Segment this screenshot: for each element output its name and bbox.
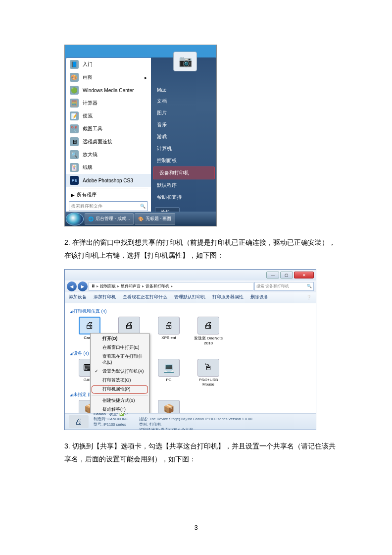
device-item[interactable]: 💻PC [154,359,184,387]
status-bar: 🖨 Canon 状态: ✅🛡 制造商: CANON INC. 描述: The D… [65,413,316,430]
app-icon: 🃏 [70,163,79,172]
device-item[interactable]: 🖨发送至 OneNote 2010 [194,317,223,345]
start-right-item[interactable]: 计算机 [151,143,217,155]
start-menu-right-pane: Mac文档图片音乐游戏计算机控制面板设备和打印机默认程序帮助和支持 关机 [151,57,217,214]
taskbar-item[interactable]: 🌐后台管理 - 成就... [85,213,134,225]
device-icon: 🖨 [79,317,100,334]
app-icon: Ps [70,176,79,185]
start-right-item[interactable]: 文档 [151,95,217,107]
back-button[interactable]: ◄ [67,281,77,291]
taskbar: 🌐后台管理 - 成就...🎨无标题 - 画图 [65,212,216,226]
help-icon[interactable]: ❔ [306,295,312,300]
all-programs[interactable]: ▶ 所有程序 [66,189,151,200]
device-item[interactable]: 🖨XPS ent [154,317,184,345]
start-right-item[interactable]: 图片 [151,107,217,119]
search-icon: 🔍 [307,284,312,288]
start-item[interactable]: 🃏纸牌 [66,161,151,174]
app-icon: 📝 [70,111,79,120]
context-menu: 打开(O)在新窗口中打开(E)查看现在正在打印什么(L)设置为默认打印机(A)打… [90,333,149,413]
start-item[interactable]: PsAdobe Photoshop CS3 [66,174,151,187]
context-menu-item[interactable]: 打印首选项(G) [92,376,148,385]
start-item[interactable]: 📘入门 [66,58,151,71]
start-item[interactable]: 🟢Windows Media Center [66,84,151,97]
page-number: 3 [0,524,392,531]
toolbar: 添加设备 添加打印机 查看现在正在打印什么 管理默认打印机 打印服务器属性 删除… [65,292,316,303]
device-icon: 🖨 [118,317,140,334]
start-item[interactable]: 🖥远程桌面连接 [66,135,151,148]
start-item[interactable]: 🎨画图▸ [66,71,151,84]
start-menu: 📘入门🎨画图▸🟢Windows Media Center🧮计算器📝便笺✂️截图工… [65,57,217,214]
toolbar-remove-device[interactable]: 删除设备 [250,294,268,300]
context-menu-item[interactable]: 打印机属性(P) [92,385,148,394]
start-item[interactable]: 🧮计算器 [66,97,151,110]
breadcrumb[interactable]: 🖥▸ 控制面板▸ 硬件和声音▸ 设备和打印机▸ [89,282,253,291]
app-icon: 🧮 [70,99,79,108]
device-icon: 🖨 [197,317,219,334]
instruction-step-3: 3. 切换到【共享】选项卡，勾选【共享这台打印机】，并且设置一个共享名（请记住该… [64,440,338,466]
app-icon: 🔍 [70,150,79,159]
search-icon: 🔍 [140,204,146,209]
start-right-item[interactable]: 帮助和支持 [151,191,217,203]
start-right-item[interactable]: 游戏 [151,131,217,143]
start-item[interactable]: 🔍放大镜 [66,148,151,161]
start-right-item[interactable]: Mac [151,85,217,95]
user-avatar-icon [173,52,197,71]
start-menu-left-pane: 📘入门🎨画图▸🟢Windows Media Center🧮计算器📝便笺✂️截图工… [65,57,151,214]
toolbar-add-printer[interactable]: 添加打印机 [94,294,116,300]
printer-icon: 🖨 [69,415,89,428]
start-right-item[interactable]: 设备和打印机 [153,166,215,179]
app-icon: 🖥 [70,137,79,146]
toolbar-default-printer[interactable]: 管理默认打印机 [174,294,205,300]
start-right-item[interactable]: 音乐 [151,119,217,131]
devices-printers-screenshot: — ▢ ✕ ◄ ► 🖥▸ 控制面板▸ 硬件和声音▸ 设备和打印机▸ 搜索 设备和… [64,269,316,430]
search-box[interactable]: 搜索 设备和打印机🔍 [254,282,314,291]
app-icon: ✂️ [70,124,79,133]
device-icon: 🖨 [158,317,180,334]
app-icon: 🎨 [138,217,144,222]
start-button[interactable] [66,213,84,225]
forward-button[interactable]: ► [78,281,88,291]
start-item[interactable]: 📝便笺 [66,110,151,122]
start-right-item[interactable]: 默认程序 [151,179,217,191]
start-item[interactable]: ✂️截图工具 [66,122,151,135]
context-menu-item[interactable]: 创建快捷方式(S) [92,396,148,405]
app-icon: 🟢 [70,86,79,95]
context-menu-item[interactable]: 设置为默认打印机(A) [92,367,148,376]
group-printers[interactable]: 打印机和传真 (4) [70,308,311,315]
window-titlebar: — ▢ ✕ [65,270,316,280]
context-menu-item[interactable]: 查看现在正在打印什么(L) [92,352,148,367]
device-icon: 🖱 [197,359,219,377]
minimize-button[interactable]: — [266,272,279,278]
instruction-step-2: 2. 在弹出的窗口中找到想共享的打印机（前提是打印机已正确连接，驱动已正确安装）… [64,236,338,262]
start-menu-screenshot: 📘入门🎨画图▸🟢Windows Media Center🧮计算器📝便笺✂️截图工… [64,45,217,226]
maximize-button[interactable]: ▢ [280,272,293,278]
context-menu-item[interactable]: 打开(O) [92,334,148,343]
device-icon: 💻 [158,359,180,377]
context-menu-item[interactable]: 在新窗口中打开(E) [92,343,148,352]
start-right-item[interactable]: 控制面板 [151,155,217,166]
nav-bar: ◄ ► 🖥▸ 控制面板▸ 硬件和声音▸ 设备和打印机▸ 搜索 设备和打印机🔍 [65,280,316,292]
taskbar-item[interactable]: 🎨无标题 - 画图 [135,213,175,225]
app-icon: 🌐 [88,217,94,222]
toolbar-add-device[interactable]: 添加设备 [69,294,87,300]
start-search[interactable]: 搜索程序和文件🔍 [69,201,148,211]
device-item[interactable]: 🖱PS/2+USB Mouse [194,359,223,387]
context-menu-item[interactable]: 疑难解答(T) [92,405,148,413]
close-button[interactable]: ✕ [294,272,314,278]
app-icon: 🎨 [70,73,79,82]
app-icon: 📘 [70,60,79,69]
toolbar-view-queue[interactable]: 查看现在正在打印什么 [123,294,167,300]
toolbar-server-props[interactable]: 打印服务器属性 [212,294,244,300]
